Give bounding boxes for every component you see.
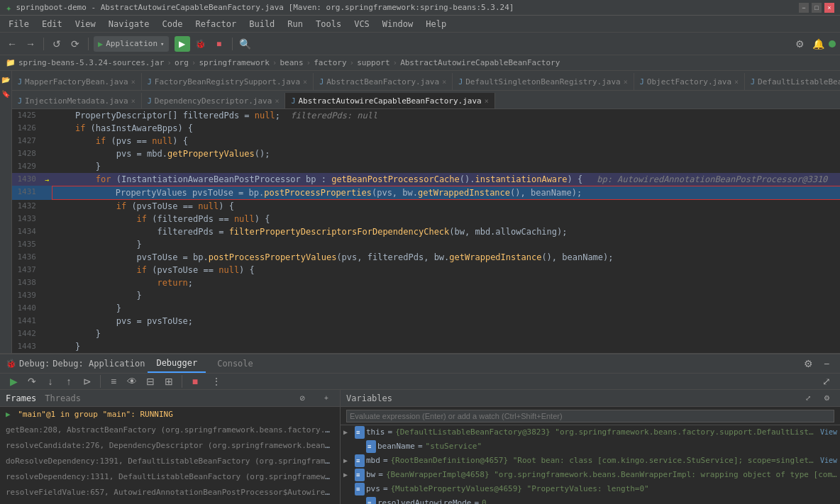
menu-vcs[interactable]: VCS — [348, 18, 375, 30]
frames-tab-frames[interactable]: Frames — [6, 393, 36, 403]
menu-file[interactable]: File — [3, 18, 35, 30]
breadcrumb-item-3[interactable]: beans — [280, 58, 303, 67]
var-row-this[interactable]: ▶ ≡ this = {DefaultListableBeanFactory@3… — [341, 425, 840, 439]
code-line-1437: 1437 if (pvsToUse == null) { — [12, 264, 840, 276]
frames-tab-threads[interactable]: Threads — [45, 393, 81, 403]
debug-tab-console[interactable]: Console — [209, 354, 262, 373]
run-config-selector[interactable]: ▶ Application ▾ — [94, 36, 169, 52]
tab2-abstractautowire[interactable]: J AbstractAutowireCapableBeanFactory.jav… — [285, 93, 494, 108]
debug-evaluate-button[interactable]: ≡ — [106, 374, 121, 389]
debug-button[interactable]: 🐞 — [193, 36, 209, 52]
menu-build[interactable]: Build — [243, 18, 280, 30]
menu-tools[interactable]: Tools — [310, 18, 347, 30]
menu-navigate[interactable]: Navigate — [103, 18, 155, 30]
tab-objectfactory[interactable]: J ObjectFactory.java × — [634, 73, 745, 90]
tab-abstractbeanfactory[interactable]: J AbstractBeanFactory.java × — [314, 73, 453, 90]
toolbar-search-button[interactable]: 🔍 — [238, 36, 253, 52]
tab-close-4[interactable]: × — [624, 78, 628, 86]
menu-help[interactable]: Help — [420, 18, 452, 30]
frame-item-4[interactable]: resolveFieldValue:657, AutowiredAnnotati… — [0, 485, 340, 500]
code-editor[interactable]: Reader Mode 1425 PropertyDescriptor[] fi… — [12, 109, 840, 353]
code-line-1439: 1439 } — [12, 289, 840, 302]
breadcrumb-item-4[interactable]: factory — [314, 58, 346, 67]
stop-button[interactable]: ■ — [211, 36, 227, 52]
watch-expression-input[interactable] — [346, 410, 834, 422]
toolbar-sync-button[interactable]: ⟳ — [67, 36, 83, 52]
debug-run-to-cursor-button[interactable]: ⊳ — [79, 374, 95, 389]
var-view-mbd[interactable]: View — [820, 454, 837, 467]
sidebar-project-icon[interactable]: 📂 — [0, 74, 11, 85]
breadcrumb-item-5[interactable]: support — [357, 58, 389, 67]
debug-expand-button[interactable]: ⤢ — [819, 374, 834, 389]
frame-item-2[interactable]: doResolveDependency:1391, DefaultListabl… — [0, 454, 340, 469]
var-row-pvs[interactable]: ≡ pvs = {MutablePropertyValues@4659} "Pr… — [341, 482, 840, 496]
tab2-injectionmetadata[interactable]: J InjectionMetadata.java × — [12, 93, 142, 108]
var-row-bw[interactable]: ▶ ≡ bw = {BeanWrapperImpl@4658} "org.spr… — [341, 468, 840, 482]
debug-minimize-button[interactable]: − — [819, 356, 834, 371]
frames-add-button[interactable]: + — [319, 391, 334, 406]
breadcrumb-item-1[interactable]: org — [175, 58, 189, 67]
toolbar-back-button[interactable]: ← — [4, 36, 20, 52]
code-line-1426: 1426 if (hasInstAwareBpps) { — [12, 122, 840, 135]
tab-close-3[interactable]: × — [442, 78, 446, 86]
menu-refactor[interactable]: Refactor — [189, 18, 242, 30]
close-button[interactable]: × — [824, 3, 834, 13]
tab2-close-1[interactable]: × — [131, 97, 136, 105]
line-debug-icon-1425 — [42, 109, 52, 122]
breadcrumb-item-0[interactable]: spring-beans-5.3.24-sources.jar — [18, 58, 164, 67]
tab-icon: J — [751, 78, 755, 86]
tab-close-5[interactable]: × — [734, 78, 739, 86]
code-line-1431: 1431 PropertyValues pvsToUse = bp.postPr… — [12, 186, 840, 200]
tab-mapperfactorybean[interactable]: J MapperFactoryBean.java × — [12, 73, 142, 90]
breadcrumb-item-6[interactable]: AbstractAutowireCapableBeanFactory — [400, 58, 560, 67]
menu-view[interactable]: View — [70, 18, 101, 30]
toolbar-settings-button[interactable]: ⚙ — [792, 36, 807, 52]
var-row-beanname[interactable]: ≡ beanName = "stuService" — [341, 439, 840, 454]
debug-settings-button[interactable]: ⚙ — [800, 356, 816, 371]
menu-run[interactable]: Run — [282, 18, 309, 30]
tab-defaultlistablebeanfactory[interactable]: J DefaultListableBeanFactory.java × — [745, 73, 840, 90]
run-button[interactable]: ▶ — [175, 36, 190, 52]
tabs-bar2: J InjectionMetadata.java × J DependencyD… — [12, 91, 840, 109]
tab2-close-2[interactable]: × — [275, 97, 279, 105]
minimize-button[interactable]: − — [799, 3, 809, 13]
debug-step-over-button[interactable]: ↷ — [24, 374, 40, 389]
sidebar-bookmarks-icon[interactable]: 🔖 — [0, 88, 11, 99]
debug-step-out-button[interactable]: ↑ — [61, 374, 77, 389]
var-row-mbd[interactable]: ▶ ≡ mbd = {RootBeanDefinition@4657} "Roo… — [341, 454, 840, 468]
tab2-dependencydescriptor[interactable]: J DependencyDescriptor.java × — [142, 93, 286, 108]
debug-more-button[interactable]: ⋮ — [209, 374, 224, 389]
frames-filter-button[interactable]: ⊘ — [294, 391, 310, 406]
menu-edit[interactable]: Edit — [36, 18, 68, 30]
variables-settings-button[interactable]: ⚙ — [819, 391, 834, 406]
frame-item-1[interactable]: resolveCandidate:276, DependencyDescript… — [0, 438, 340, 454]
debug-resume-button[interactable]: ▶ — [6, 374, 21, 389]
tab-defaultsingletonbeanregistry[interactable]: J DefaultSingletonBeanRegistry.java × — [453, 73, 634, 90]
variables-expand-button[interactable]: ⤢ — [800, 391, 816, 406]
tab-factorybeanregistrysupport[interactable]: J FactoryBeanRegistrySupport.java × — [142, 73, 314, 90]
debug-step-into-button[interactable]: ↓ — [43, 374, 58, 389]
tab2-close-3[interactable]: × — [485, 97, 489, 105]
toolbar-forward-button[interactable]: → — [23, 36, 38, 52]
debug-stop-button[interactable]: ■ — [187, 374, 203, 389]
maximize-button[interactable]: □ — [812, 3, 822, 13]
menu-code[interactable]: Code — [157, 18, 189, 30]
frame-item-5[interactable]: inject:640, AutowiredAnnotationBeanPostP… — [0, 500, 340, 504]
frame-item-3[interactable]: resolveDependency:1311, DefaultListableB… — [0, 469, 340, 485]
debug-variables-button[interactable]: ⊞ — [161, 374, 177, 389]
toolbar-notifications-button[interactable]: 🔔 — [810, 36, 826, 52]
menu-window[interactable]: Window — [377, 18, 419, 30]
tab-icon: J — [640, 78, 644, 86]
var-view-this[interactable]: View — [820, 426, 837, 439]
debug-frames-button[interactable]: ⊟ — [143, 374, 158, 389]
tab-icon: J — [458, 78, 463, 86]
debug-watch-button[interactable]: 👁 — [124, 374, 140, 389]
frame-item-0[interactable]: getBean:208, AbstractBeanFactory (org.sp… — [0, 422, 340, 438]
tab-close-2[interactable]: × — [303, 78, 307, 86]
code-line-1432: 1432 if (pvsToUse == null) { — [12, 200, 840, 213]
tab-close[interactable]: × — [131, 78, 136, 86]
toolbar-refresh-button[interactable]: ↺ — [49, 36, 65, 52]
debug-tab-debugger[interactable]: Debugger — [148, 354, 206, 373]
breadcrumb-item-2[interactable]: springframework — [199, 58, 269, 67]
var-row-resolvedautowire[interactable]: ≡ resolvedAutowireMode = 0 — [341, 496, 840, 504]
